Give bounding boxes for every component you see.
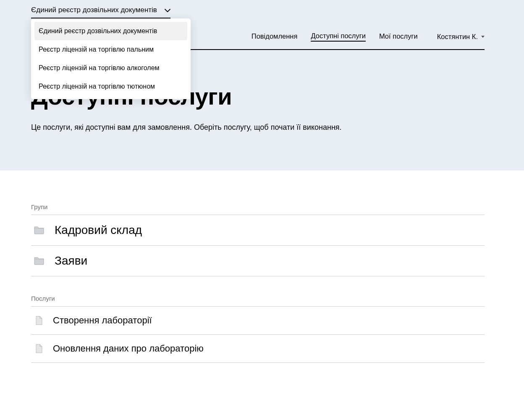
caret-down-icon — [481, 36, 485, 38]
group-title: Кадровий склад — [55, 223, 142, 237]
registry-selector[interactable]: Єдиний реєстр дозвільних документів — [31, 4, 170, 18]
group-title: Заяви — [55, 254, 87, 268]
service-row[interactable]: Створення лабораторії — [31, 306, 485, 334]
services-label: Послуги — [31, 295, 485, 306]
service-title: Створення лабораторії — [53, 315, 152, 326]
service-title: Оновлення даних про лабораторію — [53, 343, 204, 354]
user-name: Костянтин К. — [437, 33, 478, 41]
user-menu[interactable]: Костянтин К. — [437, 33, 485, 41]
folder-icon — [31, 226, 45, 235]
registry-selector-wrapper: Єдиний реєстр дозвільних документів Єдин… — [31, 0, 485, 18]
folder-icon — [31, 256, 45, 265]
nav-notifications[interactable]: Повідомлення — [252, 32, 298, 41]
registry-selected-label: Єдиний реєстр дозвільних документів — [31, 6, 157, 14]
registry-option[interactable]: Реєстр ліцензій на торгівлю пальним — [34, 40, 187, 59]
chevron-down-icon — [165, 6, 170, 14]
group-row[interactable]: Кадровий склад — [31, 215, 485, 245]
group-row[interactable]: Заяви — [31, 245, 485, 276]
registry-option[interactable]: Єдиний реєстр дозвільних документів — [34, 22, 187, 40]
file-icon — [31, 316, 43, 325]
service-row[interactable]: Оновлення даних про лабораторію — [31, 334, 485, 362]
services-list: Створення лабораторії Оновлення даних пр… — [31, 306, 485, 363]
groups-list: Кадровий склад Заяви — [31, 215, 485, 276]
groups-label: Групи — [31, 203, 485, 215]
registry-dropdown: Єдиний реєстр дозвільних документів Реєс… — [31, 18, 191, 99]
file-icon — [31, 344, 43, 353]
registry-option[interactable]: Реєстр ліцензій на торгівлю алкоголем — [34, 59, 187, 77]
nav-my-services[interactable]: Мої послуги — [379, 32, 418, 41]
registry-option[interactable]: Реєстр ліцензій на торгівлю тютюном — [34, 77, 187, 96]
nav-available-services[interactable]: Доступні послуги — [311, 32, 366, 42]
page-description: Це послуги, які доступні вам для замовле… — [31, 122, 342, 133]
